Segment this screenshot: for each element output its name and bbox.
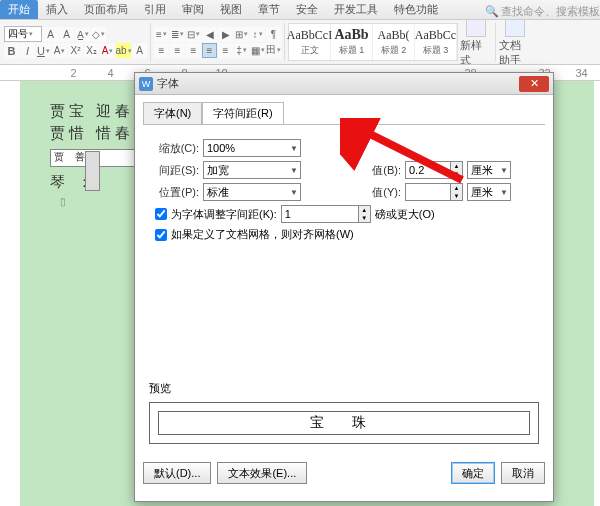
align-left-icon[interactable]: ≡ xyxy=(154,43,169,58)
scale-select[interactable]: 100% xyxy=(203,139,301,157)
highlight-icon[interactable]: ab xyxy=(116,43,131,58)
clear-format-icon[interactable]: ◇ xyxy=(91,27,106,42)
tab-layout[interactable]: 页面布局 xyxy=(76,0,136,19)
dialog-body: 缩放(C): 100% 间距(S): 加宽 值(B): 0.2▲▼ 厘米 位置(… xyxy=(143,124,545,456)
preview-label: 预览 xyxy=(149,381,171,396)
showmarks-icon[interactable]: ¶ xyxy=(266,27,281,42)
border-icon[interactable]: 田 xyxy=(266,43,281,58)
selection-mark xyxy=(85,151,100,191)
shrink-font-icon[interactable]: A xyxy=(59,27,74,42)
tab-font[interactable]: 字体(N) xyxy=(143,102,202,125)
grid-checkbox[interactable]: 如果定义了文档网格，则对齐网格(W) xyxy=(155,227,539,242)
spin-down-icon[interactable]: ▼ xyxy=(358,214,370,222)
style-h3[interactable]: AaBbCc标题 3 xyxy=(415,24,457,60)
valy-unit-select[interactable]: 厘米 xyxy=(467,183,511,201)
tab-char-spacing[interactable]: 字符间距(R) xyxy=(202,102,283,125)
bold-icon[interactable]: B xyxy=(4,43,19,58)
underline-icon[interactable]: U xyxy=(36,43,51,58)
kerning-check[interactable] xyxy=(155,208,167,220)
font-size-select[interactable]: 四号 xyxy=(4,26,42,42)
preview-text: 宝 珠 xyxy=(158,411,530,435)
indent-dec-icon[interactable]: ◀ xyxy=(202,27,217,42)
para-mark-icon: ▯ xyxy=(60,196,66,207)
valy-spinner[interactable]: ▲▼ xyxy=(405,183,463,201)
snap-icon[interactable]: ⊞ xyxy=(234,27,249,42)
dialog-titlebar[interactable]: W 字体 ✕ xyxy=(135,73,553,95)
style-gallery[interactable]: AaBbCcI正文 AaBb标题 1 AaBb(标题 2 AaBbCc标题 3 xyxy=(288,23,458,61)
app-icon: W xyxy=(139,77,153,91)
new-style-button[interactable]: 新样式 xyxy=(460,20,492,65)
default-button[interactable]: 默认(D)... xyxy=(143,462,211,484)
indent-inc-icon[interactable]: ▶ xyxy=(218,27,233,42)
tab-security[interactable]: 安全 xyxy=(288,0,326,19)
spin-down-icon[interactable]: ▼ xyxy=(450,170,462,178)
tab-special[interactable]: 特色功能 xyxy=(386,0,446,19)
doc-helper-button[interactable]: 文档助手 xyxy=(499,20,531,65)
dialog-tabs: 字体(N) 字符间距(R) xyxy=(135,95,553,124)
main-tabs: 开始 插入 页面布局 引用 审阅 视图 章节 安全 开发工具 特色功能 🔍 查找… xyxy=(0,0,600,20)
shading-icon[interactable]: ▦ xyxy=(250,43,265,58)
search-box[interactable]: 🔍 查找命令、搜索模板 xyxy=(485,4,600,19)
pos-select[interactable]: 标准 xyxy=(203,183,301,201)
ok-button[interactable]: 确定 xyxy=(451,462,495,484)
style-h2[interactable]: AaBb(标题 2 xyxy=(373,24,415,60)
tab-ref[interactable]: 引用 xyxy=(136,0,174,19)
tab-review[interactable]: 审阅 xyxy=(174,0,212,19)
grid-check[interactable] xyxy=(155,229,167,241)
new-style-icon xyxy=(466,20,486,37)
kern-spinner[interactable]: 1▲▼ xyxy=(281,205,371,223)
cancel-button[interactable]: 取消 xyxy=(501,462,545,484)
bullet-icon[interactable]: ≡ xyxy=(154,27,169,42)
spin-up-icon[interactable]: ▲ xyxy=(358,206,370,214)
dialog-title: 字体 xyxy=(157,76,179,91)
tab-view[interactable]: 视图 xyxy=(212,0,250,19)
spacing-label: 间距(S): xyxy=(149,163,199,178)
kerning-checkbox[interactable]: 为字体调整字间距(K): 1▲▼ 磅或更大(O) xyxy=(155,205,539,223)
number-icon[interactable]: ≣ xyxy=(170,27,185,42)
change-case-icon[interactable]: A̲ xyxy=(75,27,90,42)
style-h1[interactable]: AaBb标题 1 xyxy=(331,24,373,60)
preview-box: 宝 珠 xyxy=(149,402,539,444)
sub-icon[interactable]: X₂ xyxy=(84,43,99,58)
spin-up-icon[interactable]: ▲ xyxy=(450,184,462,192)
spin-down-icon[interactable]: ▼ xyxy=(450,192,462,200)
style-normal[interactable]: AaBbCcI正文 xyxy=(289,24,331,60)
align-right-icon[interactable]: ≡ xyxy=(186,43,201,58)
grow-font-icon[interactable]: A xyxy=(43,27,58,42)
valb-label: 值(B): xyxy=(359,163,401,178)
italic-icon[interactable]: I xyxy=(20,43,35,58)
close-icon[interactable]: ✕ xyxy=(519,76,549,92)
multilevel-icon[interactable]: ⊟ xyxy=(186,27,201,42)
tab-insert[interactable]: 插入 xyxy=(38,0,76,19)
align-justify-icon[interactable]: ≡ xyxy=(202,43,217,58)
search-placeholder: 查找命令、搜索模板 xyxy=(501,4,600,19)
valy-label: 值(Y): xyxy=(359,185,401,200)
text-effect-button[interactable]: 文本效果(E)... xyxy=(217,462,307,484)
sort-icon[interactable]: ↕ xyxy=(250,27,265,42)
font-dialog: W 字体 ✕ 字体(N) 字符间距(R) 缩放(C): 100% 间距(S): … xyxy=(134,72,554,502)
scale-label: 缩放(C): xyxy=(149,141,199,156)
super-icon[interactable]: X² xyxy=(68,43,83,58)
align-center-icon[interactable]: ≡ xyxy=(170,43,185,58)
spacing-select[interactable]: 加宽 xyxy=(203,161,301,179)
pos-label: 位置(P): xyxy=(149,185,199,200)
tab-home[interactable]: 开始 xyxy=(0,0,38,19)
align-dist-icon[interactable]: ≡ xyxy=(218,43,233,58)
valb-unit-select[interactable]: 厘米 xyxy=(467,161,511,179)
dialog-footer: 默认(D)... 文本效果(E)... 确定 取消 xyxy=(135,456,553,490)
search-icon: 🔍 xyxy=(485,5,499,18)
strike-icon[interactable]: A xyxy=(52,43,67,58)
spin-up-icon[interactable]: ▲ xyxy=(450,162,462,170)
doc-helper-icon xyxy=(505,20,525,37)
char-border-icon[interactable]: A xyxy=(132,43,147,58)
ribbon: 四号 A A A̲ ◇ B I U A X² X₂ A ab A ≡ ≣ ⊟ ◀… xyxy=(0,20,600,65)
tab-section[interactable]: 章节 xyxy=(250,0,288,19)
valb-spinner[interactable]: 0.2▲▼ xyxy=(405,161,463,179)
font-color-icon[interactable]: A xyxy=(100,43,115,58)
line-spacing-icon[interactable]: ‡ xyxy=(234,43,249,58)
tab-dev[interactable]: 开发工具 xyxy=(326,0,386,19)
